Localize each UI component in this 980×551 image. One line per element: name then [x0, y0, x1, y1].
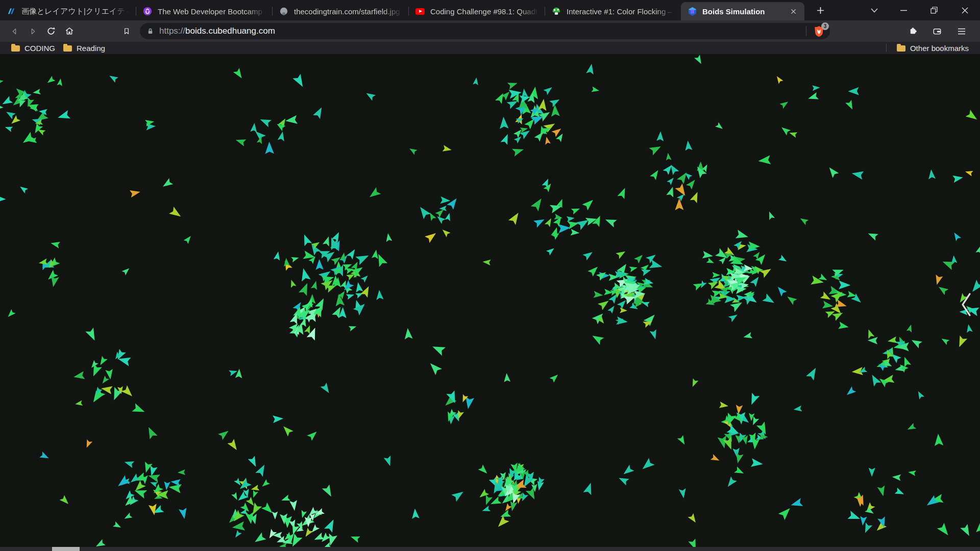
bookmark-label: Reading — [77, 44, 105, 53]
other-bookmarks[interactable]: Other bookmarks — [886, 43, 973, 53]
forward-icon — [29, 27, 37, 36]
github-icon — [279, 6, 289, 16]
other-bookmarks-label: Other bookmarks — [910, 44, 969, 53]
address-bar[interactable]: https://boids.cubedhuang.com 3 — [140, 23, 830, 39]
lock-icon[interactable] — [146, 27, 154, 35]
udemy-icon — [142, 6, 153, 16]
chevron-left-icon — [959, 290, 974, 319]
home-button[interactable] — [60, 22, 79, 40]
restore-icon — [930, 7, 938, 14]
bookmark-folder-coding[interactable]: CODING — [7, 43, 59, 53]
extensions-button[interactable] — [903, 22, 922, 40]
toolbar-right-icons — [903, 22, 975, 40]
brave-shield-button[interactable]: 3 — [812, 24, 826, 38]
navigation-toolbar: https://boids.cubedhuang.com 3 — [0, 20, 980, 42]
tab-search-button[interactable] — [861, 0, 888, 20]
tab-title: The Web Developer Bootcamp 20 — [158, 7, 266, 16]
minimize-icon — [900, 10, 907, 11]
browser-window: 画像とレイアウト|クリエイティブコーデ The Web Developer Bo… — [0, 0, 980, 551]
tab-title: Interactive #1: Color Flocking – Ja — [567, 7, 675, 16]
wallet-button[interactable] — [928, 22, 946, 40]
tab-title: Boids Simulation — [702, 7, 783, 16]
shield-badge: 3 — [821, 22, 829, 30]
url-host: boids.cubedhuang.com — [185, 26, 275, 36]
divider — [806, 26, 806, 36]
new-tab-button[interactable] — [812, 2, 829, 19]
menu-button[interactable] — [952, 22, 971, 40]
maximize-button[interactable] — [919, 0, 949, 20]
tab-title: 画像とレイアウト|クリエイティブコーデ — [21, 7, 130, 16]
scrollbar-thumb[interactable] — [52, 547, 80, 551]
bookmark-label: CODING — [24, 44, 55, 53]
window-controls — [861, 0, 980, 20]
tab-title: thecodingtrain.com/starfield.jpg — [294, 7, 402, 16]
bookmark-ribbon-icon — [122, 27, 131, 36]
back-button[interactable] — [5, 22, 23, 40]
tab-strip: 画像とレイアウト|クリエイティブコーデ The Web Developer Bo… — [0, 0, 980, 20]
back-icon — [10, 27, 19, 36]
plus-icon — [817, 7, 824, 14]
bookmark-folder-reading[interactable]: Reading — [59, 43, 109, 53]
hamburger-icon — [958, 28, 966, 35]
tab-title: Coding Challenge #98.1: Quadtree — [430, 7, 538, 16]
forward-button[interactable] — [23, 22, 42, 40]
wallet-icon — [932, 27, 942, 36]
chevron-down-icon — [871, 8, 878, 13]
divider — [886, 44, 887, 52]
puzzle-icon — [908, 27, 918, 36]
folder-icon — [63, 45, 72, 52]
folder-icon — [897, 45, 905, 52]
slashes-logo-icon — [6, 6, 16, 16]
url-protocol: https:// — [159, 26, 185, 36]
close-icon — [962, 7, 968, 14]
tab-starfield-github[interactable]: thecodingtrain.com/starfield.jpg — [273, 2, 408, 20]
tab-color-flocking[interactable]: Interactive #1: Color Flocking – Ja — [545, 2, 681, 20]
blue-cube-icon — [687, 6, 697, 16]
folder-icon — [11, 45, 20, 52]
mushroom-1up-icon — [551, 6, 561, 16]
reload-button[interactable] — [42, 22, 60, 40]
close-window-button[interactable] — [949, 0, 980, 20]
tab-boids-simulation[interactable]: Boids Simulation — [681, 2, 804, 20]
tab-web-dev-bootcamp[interactable]: The Web Developer Bootcamp 20 — [136, 2, 272, 20]
reload-icon — [46, 26, 56, 36]
page-content — [0, 54, 980, 551]
horizontal-scrollbar[interactable] — [0, 547, 980, 551]
home-icon — [64, 26, 75, 36]
reading-list-button[interactable] — [117, 22, 136, 40]
boids-canvas[interactable] — [0, 54, 980, 551]
tab-creative-coding[interactable]: 画像とレイアウト|クリエイティブコーデ — [0, 2, 136, 20]
youtube-icon — [415, 6, 425, 16]
bookmarks-bar: CODING Reading Other bookmarks — [0, 42, 980, 54]
settings-panel-toggle[interactable] — [959, 290, 974, 319]
minimize-button[interactable] — [888, 0, 919, 20]
tab-coding-challenge[interactable]: Coding Challenge #98.1: Quadtree — [409, 2, 545, 20]
tab-close-icon[interactable] — [788, 6, 798, 16]
